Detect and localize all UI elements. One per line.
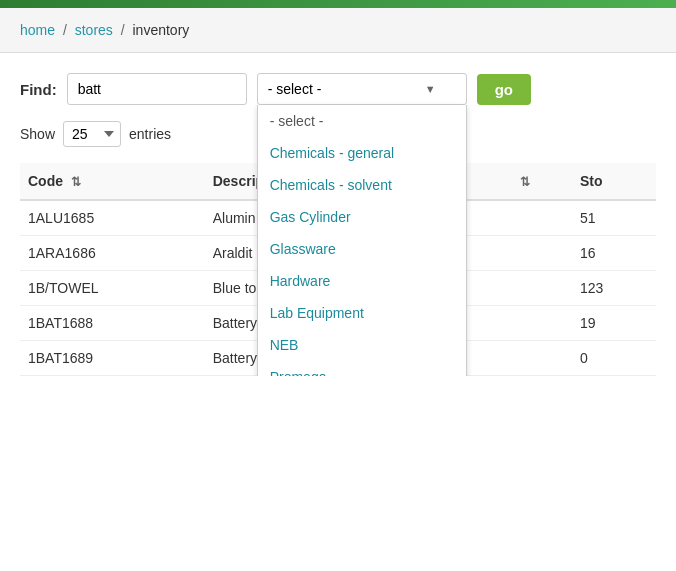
cell-code: 1BAT1688: [20, 306, 205, 341]
cell-code: 1ALU1685: [20, 200, 205, 236]
cell-extra: [508, 200, 572, 236]
col-code: Code ⇅: [20, 163, 205, 200]
dropdown-item-glassware[interactable]: Glassware: [258, 233, 466, 265]
cell-code: 1B/TOWEL: [20, 271, 205, 306]
dropdown-item-hardware[interactable]: Hardware: [258, 265, 466, 297]
dropdown-item-gas-cylinder[interactable]: Gas Cylinder: [258, 201, 466, 233]
filter-row: Find: - select - ▼ - select -Chemicals -…: [20, 73, 656, 105]
main-content: Find: - select - ▼ - select -Chemicals -…: [0, 53, 676, 376]
breadcrumb-home[interactable]: home: [20, 22, 55, 38]
col-extra: ⇅: [508, 163, 572, 200]
cell-extra: [508, 341, 572, 376]
dropdown-item-default[interactable]: - select -: [258, 105, 466, 137]
dropdown-item-chemicals-general[interactable]: Chemicals - general: [258, 137, 466, 169]
breadcrumb-sep-2: /: [121, 22, 125, 38]
cell-stock: 51: [572, 200, 656, 236]
dropdown-item-promega[interactable]: Promega: [258, 361, 466, 376]
breadcrumb: home / stores / inventory: [0, 8, 676, 53]
breadcrumb-current: inventory: [133, 22, 190, 38]
cell-code: 1ARA1686: [20, 236, 205, 271]
cell-stock: 0: [572, 341, 656, 376]
breadcrumb-sep-1: /: [63, 22, 67, 38]
breadcrumb-stores[interactable]: stores: [75, 22, 113, 38]
cell-extra: [508, 271, 572, 306]
dropdown-item-chemicals-solvent[interactable]: Chemicals - solvent: [258, 169, 466, 201]
find-input[interactable]: [67, 73, 247, 105]
dropdown-item-neb[interactable]: NEB: [258, 329, 466, 361]
cell-stock: 123: [572, 271, 656, 306]
show-label: Show: [20, 126, 55, 142]
cell-code: 1BAT1689: [20, 341, 205, 376]
cell-stock: 19: [572, 306, 656, 341]
category-select-wrapper: - select - ▼ - select -Chemicals - gener…: [257, 73, 467, 105]
chevron-down-icon: ▼: [425, 83, 436, 95]
cell-extra: [508, 236, 572, 271]
entries-label: entries: [129, 126, 171, 142]
category-select-label: - select -: [268, 81, 322, 97]
sort-icon-extra[interactable]: ⇅: [520, 175, 530, 189]
col-stock: Sto: [572, 163, 656, 200]
top-bar: [0, 0, 676, 8]
go-button[interactable]: go: [477, 74, 531, 105]
cell-stock: 16: [572, 236, 656, 271]
entries-select[interactable]: 102550100: [63, 121, 121, 147]
dropdown-item-lab-equipment[interactable]: Lab Equipment: [258, 297, 466, 329]
find-label: Find:: [20, 81, 57, 98]
category-select-button[interactable]: - select - ▼: [257, 73, 467, 105]
category-dropdown: - select -Chemicals - generalChemicals -…: [257, 105, 467, 376]
cell-extra: [508, 306, 572, 341]
sort-icon-code[interactable]: ⇅: [71, 175, 81, 189]
